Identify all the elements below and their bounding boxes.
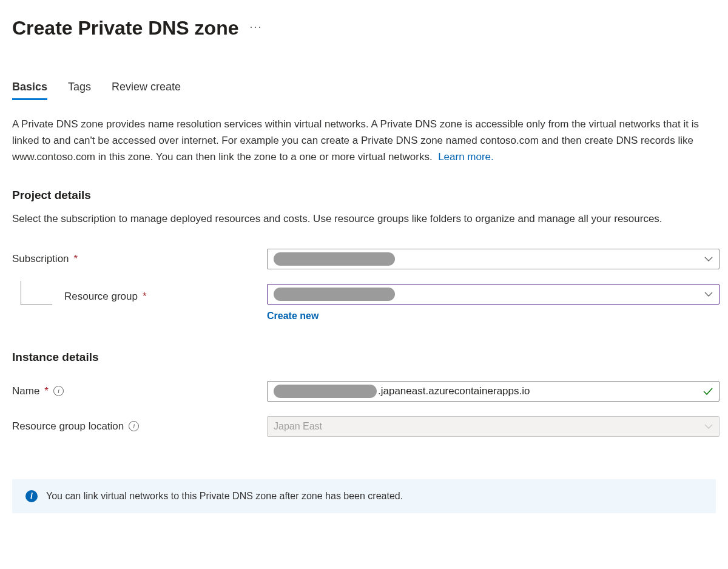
required-marker: *: [44, 385, 49, 397]
subscription-select[interactable]: [267, 249, 720, 269]
chevron-down-icon: [704, 423, 713, 429]
tab-review-create[interactable]: Review create: [112, 81, 181, 100]
location-select: Japan East: [267, 416, 720, 437]
chevron-down-icon: [704, 291, 713, 297]
create-new-link[interactable]: Create new: [267, 311, 720, 322]
project-details-description: Select the subscription to manage deploy…: [12, 210, 716, 227]
tree-connector-icon: [21, 281, 52, 305]
learn-more-link[interactable]: Learn more.: [438, 151, 494, 163]
check-icon: [703, 387, 713, 396]
more-actions-icon[interactable]: ···: [249, 21, 262, 33]
name-suffix: .japaneast.azurecontainerapps.io: [378, 385, 530, 397]
required-marker: *: [74, 253, 78, 265]
info-icon[interactable]: i: [129, 421, 139, 431]
intro-text: A Private DNS zone provides name resolut…: [12, 116, 716, 166]
chevron-down-icon: [704, 256, 713, 262]
info-banner: i You can link virtual networks to this …: [12, 479, 716, 513]
project-details-heading: Project details: [12, 189, 716, 202]
redacted-value-icon: [274, 252, 395, 266]
location-value: Japan East: [274, 421, 322, 432]
page-title: Create Private DNS zone: [12, 17, 238, 39]
info-icon: i: [25, 490, 38, 502]
instance-details-heading: Instance details: [12, 351, 716, 364]
redacted-value-icon: [274, 288, 395, 301]
tab-tags[interactable]: Tags: [68, 81, 91, 100]
redacted-value-icon: [274, 385, 377, 398]
required-marker: *: [143, 291, 147, 303]
tab-basics[interactable]: Basics: [12, 81, 47, 100]
info-banner-text: You can link virtual networks to this Pr…: [46, 491, 403, 502]
tab-bar: Basics Tags Review create: [12, 81, 716, 100]
location-label: Resource group location: [12, 420, 124, 433]
subscription-label: Subscription: [12, 253, 69, 265]
name-input[interactable]: .japaneast.azurecontainerapps.io: [267, 381, 720, 402]
resource-group-select[interactable]: [267, 284, 720, 305]
intro-body: A Private DNS zone provides name resolut…: [12, 118, 699, 163]
name-label: Name: [12, 385, 39, 397]
resource-group-label: Resource group: [64, 291, 138, 303]
info-icon[interactable]: i: [53, 386, 64, 396]
